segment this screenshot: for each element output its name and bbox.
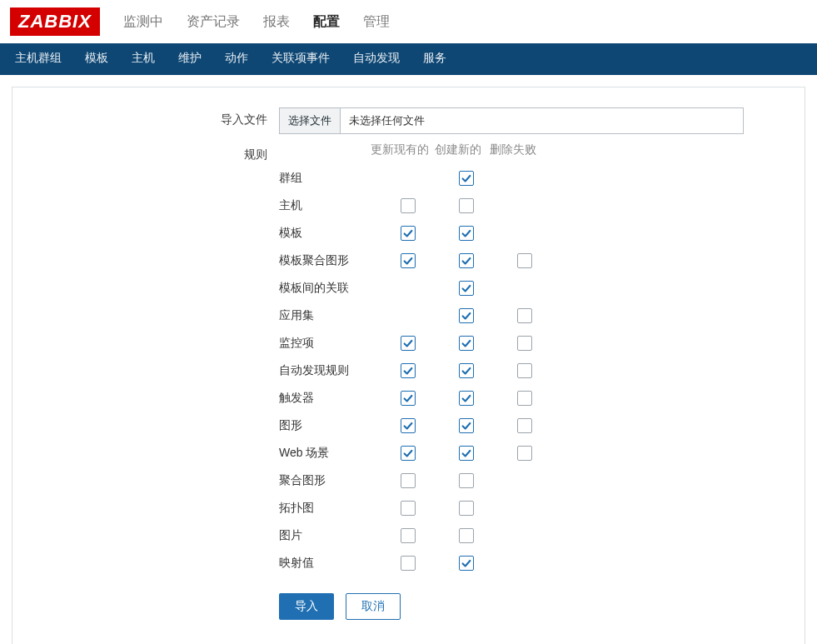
checkbox-update[interactable] xyxy=(401,446,416,461)
checkbox-update[interactable] xyxy=(401,556,416,571)
checkbox-update[interactable] xyxy=(401,226,416,241)
rules-label: 规则 xyxy=(29,142,279,162)
checkbox-cell-create xyxy=(437,417,496,432)
rule-name: 模板聚合图形 xyxy=(279,253,379,268)
checkbox-update[interactable] xyxy=(401,253,416,268)
top-nav: ZABBIX 监测中资产记录报表配置管理 xyxy=(0,0,817,43)
rule-row: 模板间的关联 xyxy=(279,274,788,302)
sub-nav-item[interactable]: 关联项事件 xyxy=(260,43,341,75)
checkbox-cell-delete xyxy=(496,252,554,267)
sub-nav-item[interactable]: 自动发现 xyxy=(341,43,411,75)
file-input[interactable]: 选择文件 未选择任何文件 xyxy=(279,107,744,134)
checkbox-cell-update xyxy=(379,500,437,515)
checkbox-create[interactable] xyxy=(459,446,474,461)
checkbox-cell-create xyxy=(437,197,496,212)
checkbox-cell-update xyxy=(379,527,437,542)
rule-name: 自动发现规则 xyxy=(279,363,379,378)
sub-nav-item[interactable]: 模板 xyxy=(73,43,120,75)
checkbox-create[interactable] xyxy=(459,363,474,378)
checkbox-create[interactable] xyxy=(459,418,474,433)
checkbox-create[interactable] xyxy=(459,226,474,241)
checkbox-cell-update xyxy=(379,225,437,240)
import-button[interactable]: 导入 xyxy=(279,593,334,620)
choose-file-button[interactable]: 选择文件 xyxy=(280,108,341,133)
cancel-button[interactable]: 取消 xyxy=(346,593,401,620)
rule-row: 模板聚合图形 xyxy=(279,247,788,274)
rule-name: 映射值 xyxy=(279,556,379,571)
rule-name: 拓扑图 xyxy=(279,501,379,516)
checkbox-create[interactable] xyxy=(459,473,474,488)
checkbox-create[interactable] xyxy=(459,198,474,213)
checkbox-cell-create xyxy=(437,555,496,570)
sub-nav-item[interactable]: 服务 xyxy=(411,43,458,75)
checkbox-cell-delete xyxy=(496,445,554,460)
top-menu-item[interactable]: 资产记录 xyxy=(175,5,252,39)
checkbox-create[interactable] xyxy=(459,171,474,186)
rule-row: Web 场景 xyxy=(279,439,788,467)
rule-row: 自动发现规则 xyxy=(279,357,788,384)
rules-row: 规则 更新现有的 创建新的 删除失败 群组主机模板模板聚合图形模板间的关联应用集… xyxy=(29,142,788,620)
checkbox-cell-create xyxy=(437,472,496,487)
rule-name: 监控项 xyxy=(279,336,379,351)
checkbox-create[interactable] xyxy=(459,281,474,296)
header-delete: 删除失败 xyxy=(484,142,542,157)
rule-row: 图形 xyxy=(279,412,788,439)
checkbox-update[interactable] xyxy=(401,473,416,488)
checkbox-delete[interactable] xyxy=(517,253,532,268)
checkbox-cell-delete xyxy=(496,362,554,377)
file-row: 导入文件 选择文件 未选择任何文件 xyxy=(29,107,788,134)
rule-row: 群组 xyxy=(279,164,788,192)
checkbox-create[interactable] xyxy=(459,528,474,543)
checkbox-cell-create xyxy=(437,225,496,240)
top-menu-item[interactable]: 管理 xyxy=(351,5,401,39)
checkbox-create[interactable] xyxy=(459,556,474,571)
checkbox-cell-create xyxy=(437,445,496,460)
checkbox-update[interactable] xyxy=(401,391,416,406)
checkbox-delete[interactable] xyxy=(517,446,532,461)
sub-nav-item[interactable]: 主机群组 xyxy=(3,43,73,75)
checkbox-update[interactable] xyxy=(401,336,416,351)
top-menu-item[interactable]: 配置 xyxy=(301,5,351,39)
checkbox-update[interactable] xyxy=(401,198,416,213)
checkbox-cell-create xyxy=(437,252,496,267)
file-label: 导入文件 xyxy=(29,107,279,127)
checkbox-update[interactable] xyxy=(401,501,416,516)
sub-nav-item[interactable]: 动作 xyxy=(213,43,260,75)
checkbox-update[interactable] xyxy=(401,418,416,433)
rules-body: 群组主机模板模板聚合图形模板间的关联应用集监控项自动发现规则触发器图形Web 场… xyxy=(279,164,788,577)
checkbox-delete[interactable] xyxy=(517,391,532,406)
checkbox-cell-delete xyxy=(496,335,554,350)
rule-name: 模板间的关联 xyxy=(279,281,379,296)
rule-row: 图片 xyxy=(279,522,788,549)
checkbox-cell-update xyxy=(379,390,437,405)
checkbox-delete[interactable] xyxy=(517,363,532,378)
header-update: 更新现有的 xyxy=(371,142,429,157)
checkbox-cell-delete xyxy=(496,307,554,322)
top-menu-item[interactable]: 监测中 xyxy=(112,5,175,39)
checkbox-cell-create xyxy=(437,335,496,350)
logo[interactable]: ZABBIX xyxy=(10,7,100,36)
checkbox-delete[interactable] xyxy=(517,308,532,323)
checkbox-create[interactable] xyxy=(459,253,474,268)
checkbox-update[interactable] xyxy=(401,363,416,378)
checkbox-create[interactable] xyxy=(459,308,474,323)
checkbox-delete[interactable] xyxy=(517,336,532,351)
rule-name: 模板 xyxy=(279,226,379,241)
rule-row: 监控项 xyxy=(279,329,788,357)
checkbox-cell-update xyxy=(379,197,437,212)
checkbox-cell-update xyxy=(379,555,437,570)
sub-nav: 主机群组模板主机维护动作关联项事件自动发现服务 xyxy=(0,43,817,75)
checkbox-delete[interactable] xyxy=(517,418,532,433)
checkbox-create[interactable] xyxy=(459,391,474,406)
sub-nav-item[interactable]: 维护 xyxy=(167,43,213,75)
checkbox-cell-create xyxy=(437,500,496,515)
rule-name: 图形 xyxy=(279,418,379,433)
rule-name: 主机 xyxy=(279,198,379,213)
checkbox-update[interactable] xyxy=(401,528,416,543)
sub-nav-item[interactable]: 主机 xyxy=(120,43,167,75)
top-menu-item[interactable]: 报表 xyxy=(252,5,301,39)
checkbox-create[interactable] xyxy=(459,501,474,516)
rules-header: 更新现有的 创建新的 删除失败 xyxy=(279,142,788,157)
checkbox-create[interactable] xyxy=(459,336,474,351)
checkbox-cell-update xyxy=(379,335,437,350)
